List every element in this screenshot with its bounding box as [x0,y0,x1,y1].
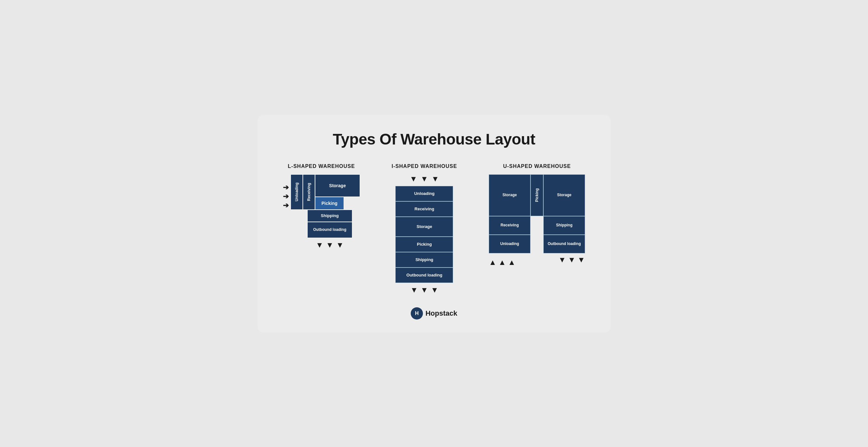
i-storage-zone: Storage [395,217,453,237]
arrow-right-icon: ➔ [283,184,289,191]
u-unloading-zone: Unloading [489,235,530,253]
u-arrows-up: ▲ ▲ ▲ [489,258,516,267]
page-title: Types Of Warehouse Layout [270,130,598,148]
l-shipping-zone: Shipping [307,210,352,222]
u-shaped-layout: Storage Receiving Unloading Picking [489,174,585,267]
i-receiving-zone: Receiving [395,201,453,217]
arrow-up-icon: ▲ [489,258,496,267]
l-shaped-diagram: L-SHAPED WAREHOUSE ➔ ➔ ➔ [283,163,360,250]
arrow-down-icon: ▼ [421,174,428,183]
u-outbound-zone: Outbound loading [544,235,585,253]
arrow-up-icon: ▲ [498,258,506,267]
diagrams-row: L-SHAPED WAREHOUSE ➔ ➔ ➔ [270,163,598,294]
main-card: Types Of Warehouse Layout L-SHAPED WAREH… [257,115,611,332]
i-picking-zone: Picking [395,237,453,252]
arrow-down-icon: ▼ [326,241,334,250]
l-picking-zone: Picking [315,197,344,210]
u-bottom-arrows: ▲ ▲ ▲ ▼ ▼ ▼ [489,255,585,267]
arrow-down-icon: ▼ [410,285,418,294]
arrow-down-icon: ▼ [558,255,566,267]
arrow-right-icon: ➔ [283,193,289,200]
hopstack-logo: H Hopstack [411,307,457,320]
l-unloading-zone: Unloading [290,174,303,210]
u-shipping-zone: Shipping [544,216,585,235]
l-outbound-zone: Outbound loading [307,222,352,238]
u-shaped-title: U-SHAPED WAREHOUSE [503,163,571,169]
u-picking-zone: Picking [530,174,544,216]
arrow-down-icon: ▼ [578,255,585,267]
l-shaped-title: L-SHAPED WAREHOUSE [288,163,355,169]
arrow-down-icon: ▼ [431,285,438,294]
arrow-down-icon: ▼ [421,285,428,294]
arrow-down-icon: ▼ [410,174,417,183]
l-arrows-left: ➔ ➔ ➔ [283,184,289,209]
l-arrows-down: ▼ ▼ ▼ [307,241,352,250]
u-shaped-diagram: U-SHAPED WAREHOUSE Storage Receiving Unl… [489,163,585,267]
arrow-down-icon: ▼ [336,241,344,250]
arrow-down-icon: ▼ [316,241,323,250]
i-shaped-layout: Unloading Receiving Storage Picking Ship… [395,186,453,283]
l-right-column: Storage Picking [315,174,360,210]
i-arrows-top: ▼ ▼ ▼ [410,174,439,183]
arrow-down-icon: ▼ [431,174,439,183]
arrow-right-icon: ➔ [283,202,289,209]
u-arrows-down: ▼ ▼ ▼ [558,255,585,267]
i-unloading-zone: Unloading [395,186,453,201]
i-shaped-diagram: I-SHAPED WAREHOUSE ▼ ▼ ▼ Unloading Recei… [392,163,457,294]
arrow-up-icon: ▲ [508,258,516,267]
u-storage-left-zone: Storage [489,174,530,216]
footer: H Hopstack [270,307,598,320]
i-shipping-zone: Shipping [395,252,453,267]
l-storage-zone: Storage [315,174,360,197]
i-shaped-title: I-SHAPED WAREHOUSE [392,163,457,169]
u-top-row: Storage Receiving Unloading Picking [489,174,585,253]
u-storage-right-zone: Storage [544,174,585,216]
hopstack-brand-name: Hopstack [426,309,457,318]
hopstack-logo-circle: H [411,307,423,320]
i-arrows-bottom: ▼ ▼ ▼ [410,285,438,294]
l-bottom-section: Shipping Outbound loading ▼ ▼ ▼ [307,210,352,250]
u-receiving-zone: Receiving [489,216,530,235]
u-center-column: Picking [530,174,544,253]
i-outbound-zone: Outbound loading [395,267,453,283]
l-receiving-zone: Receiving [303,174,315,210]
arrow-down-icon: ▼ [568,255,576,267]
l-shaped-layout: ➔ ➔ ➔ Unloading Receivi [283,174,360,250]
u-left-column: Storage Receiving Unloading [489,174,530,253]
u-right-column: Storage Shipping Outbound loading [544,174,585,253]
